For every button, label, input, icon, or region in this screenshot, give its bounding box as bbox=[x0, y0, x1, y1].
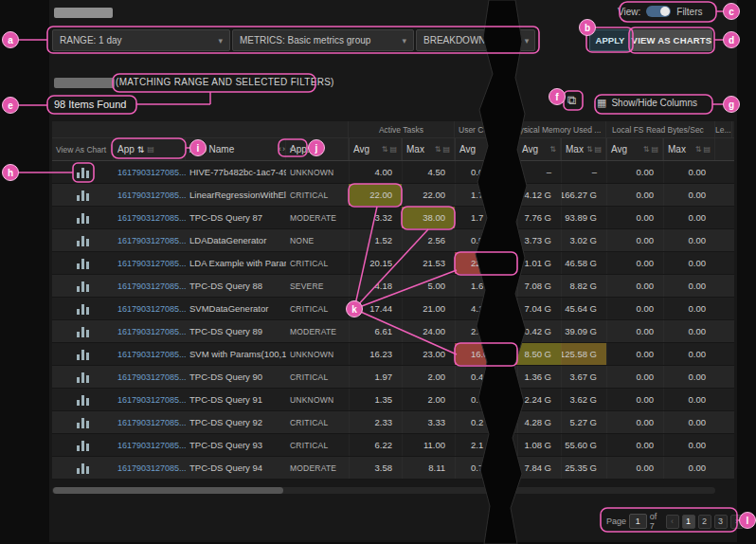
bar-chart-icon[interactable] bbox=[77, 258, 89, 269]
filter-icon[interactable]: ▤ bbox=[595, 145, 603, 154]
view-as-chart-cell[interactable] bbox=[52, 298, 114, 319]
column-header-memory-avg[interactable]: Avg⇅ bbox=[517, 138, 561, 160]
filter-icon[interactable]: ▤ bbox=[505, 145, 513, 154]
view-as-chart-cell[interactable] bbox=[52, 411, 114, 433]
page-3-button[interactable]: 3 bbox=[714, 515, 728, 529]
app-id-link[interactable]: 1617903127085... bbox=[114, 161, 186, 183]
column-header-fs-read-max[interactable]: Max⇅▤ bbox=[663, 138, 715, 160]
column-header-active-tasks-max[interactable]: Max⇅▤ bbox=[402, 138, 455, 160]
app-status-cell: MODERATE bbox=[286, 457, 349, 479]
app-id-link[interactable]: 1617903127085... bbox=[114, 229, 186, 251]
metric-cell: – bbox=[517, 161, 561, 183]
column-header-memory-max[interactable]: Max⇅▤ bbox=[561, 138, 606, 160]
app-id-link[interactable]: 1617903127085... bbox=[114, 207, 186, 228]
metric-cell: 8.11 bbox=[402, 457, 455, 479]
app-id-link[interactable]: 1617903127085... bbox=[114, 298, 186, 319]
metric-cell: 0.7 bbox=[455, 389, 517, 410]
filter-icon[interactable]: ▤ bbox=[442, 145, 450, 154]
view-as-chart-cell[interactable] bbox=[52, 320, 114, 342]
sort-icon[interactable]: ⇅ bbox=[382, 145, 388, 154]
column-header-user-cpu-avg[interactable]: Avg⇅▤ bbox=[455, 138, 517, 160]
column-resize-handles-icon[interactable]: ‹› ‹› bbox=[279, 144, 297, 154]
group-header-local-fs: Local FS Read Bytes/Sec bbox=[606, 121, 715, 137]
view-as-chart-cell[interactable] bbox=[52, 229, 114, 251]
filter-icon[interactable]: ▤ bbox=[147, 145, 154, 154]
metrics-select[interactable]: METRICS: Basic metrics group ▾ bbox=[232, 29, 414, 51]
page-1-button[interactable]: 1 bbox=[682, 515, 695, 529]
filter-icon[interactable]: ▤ bbox=[651, 145, 658, 154]
view-as-chart-cell[interactable] bbox=[52, 389, 114, 410]
metric-cell: 0.42 G bbox=[517, 320, 561, 342]
bar-chart-icon[interactable] bbox=[77, 281, 89, 292]
table-row: 1617903127085... TPC-DS Query 90 CRITICA… bbox=[52, 366, 734, 389]
bar-chart-icon[interactable] bbox=[77, 303, 89, 315]
bar-chart-icon[interactable] bbox=[77, 440, 89, 451]
bar-chart-icon[interactable] bbox=[77, 235, 89, 246]
view-as-chart-cell[interactable] bbox=[52, 275, 114, 297]
metric-cell: 6.22 bbox=[349, 434, 402, 456]
bar-chart-icon[interactable] bbox=[77, 372, 89, 383]
bar-chart-icon[interactable] bbox=[77, 167, 89, 178]
filters-toggle[interactable] bbox=[646, 6, 671, 17]
page-input[interactable]: 1 bbox=[629, 514, 647, 529]
column-header-active-tasks-avg[interactable]: Avg⇅▤ bbox=[349, 138, 402, 160]
filter-icon[interactable]: ▤ bbox=[389, 145, 397, 154]
sort-icon[interactable]: ⇅ bbox=[137, 145, 145, 154]
export-icon[interactable]: ⧉ bbox=[567, 93, 576, 108]
filter-icon[interactable]: ▤ bbox=[703, 145, 711, 154]
table-row: 1617903127085... LinearRegressionWithEla… bbox=[52, 184, 734, 207]
prev-page-button[interactable]: ‹ bbox=[666, 515, 679, 529]
bar-chart-icon[interactable] bbox=[77, 190, 89, 201]
range-select[interactable]: RANGE: 1 day ▾ bbox=[52, 29, 230, 51]
app-id-link[interactable]: 1617903127085... bbox=[114, 389, 186, 410]
view-as-chart-cell[interactable] bbox=[52, 184, 114, 206]
app-id-link[interactable]: 1617903127085... bbox=[114, 320, 186, 342]
app-id-link[interactable]: 1617903127085... bbox=[114, 457, 186, 479]
metric-cell: 16.23 bbox=[349, 343, 402, 365]
column-header-fs-read-avg[interactable]: Avg⇅▤ bbox=[606, 138, 663, 160]
bar-chart-icon[interactable] bbox=[77, 326, 89, 337]
app-id-link[interactable]: 1617903127085... bbox=[114, 411, 186, 433]
scrollbar-thumb[interactable] bbox=[53, 487, 283, 494]
app-id-link[interactable]: 1617903127085... bbox=[114, 434, 186, 456]
breakdown-select-value: BREAKDOWN BY: App... bbox=[423, 35, 516, 45]
column-header-app[interactable]: App ⇅ ▤ bbox=[114, 138, 186, 160]
page-2-button[interactable]: 2 bbox=[698, 515, 711, 529]
bar-chart-icon[interactable] bbox=[77, 417, 89, 428]
metric-cell: 3.67 G bbox=[561, 366, 606, 388]
metric-cell: 1.52 bbox=[349, 229, 402, 251]
sort-icon[interactable]: ⇅ bbox=[695, 145, 702, 154]
sort-icon[interactable]: ⇅ bbox=[435, 145, 441, 154]
breakdown-extra-select[interactable]: ▾ bbox=[518, 29, 535, 51]
view-as-chart-cell[interactable] bbox=[52, 161, 114, 183]
app-id-link[interactable]: 1617903127085... bbox=[114, 343, 186, 365]
view-as-chart-cell[interactable] bbox=[52, 252, 114, 274]
group-label: Active Tasks bbox=[379, 125, 423, 135]
bar-chart-icon[interactable] bbox=[77, 462, 89, 474]
sort-icon[interactable]: ⇅ bbox=[549, 145, 556, 154]
metric-cell: 8.82 G bbox=[561, 275, 606, 297]
sort-icon[interactable]: ⇅ bbox=[497, 145, 504, 154]
horizontal-scrollbar[interactable] bbox=[52, 487, 715, 494]
view-as-chart-cell[interactable] bbox=[52, 366, 114, 388]
sort-icon[interactable]: ⇅ bbox=[643, 145, 650, 154]
sort-icon[interactable]: ⇅ bbox=[586, 145, 593, 154]
apply-button[interactable]: APPLY bbox=[589, 29, 631, 51]
view-as-chart-cell[interactable] bbox=[52, 207, 114, 228]
view-as-charts-button[interactable]: VIEW AS CHARTS bbox=[631, 29, 712, 51]
metric-cell: 21.00 bbox=[402, 298, 455, 319]
app-id-link[interactable]: 1617903127085... bbox=[114, 366, 186, 388]
show-hide-columns-button[interactable]: ▦ Show/Hide Columns bbox=[597, 97, 697, 109]
columns-icon: ▦ bbox=[597, 97, 606, 109]
bar-chart-icon[interactable] bbox=[77, 212, 89, 224]
app-id-link[interactable]: 1617903127085... bbox=[114, 275, 186, 297]
app-id-link[interactable]: 1617903127085... bbox=[114, 252, 186, 274]
view-as-chart-cell[interactable] bbox=[52, 343, 114, 365]
breakdown-select[interactable]: BREAKDOWN BY: App... ▾ bbox=[416, 29, 516, 51]
view-as-chart-cell[interactable] bbox=[52, 457, 114, 479]
app-id-link[interactable]: 1617903127085... bbox=[114, 184, 186, 206]
view-as-chart-cell[interactable] bbox=[52, 434, 114, 456]
bar-chart-icon[interactable] bbox=[77, 349, 89, 360]
table-row: 1617903127085... TPC-DS Query 89 MODERAT… bbox=[52, 320, 734, 343]
bar-chart-icon[interactable] bbox=[77, 394, 89, 406]
